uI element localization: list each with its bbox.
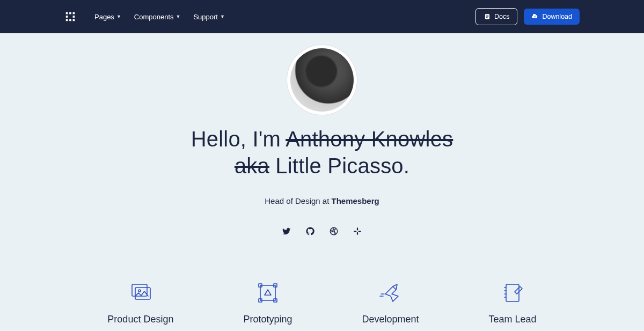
twitter-icon — [282, 226, 291, 236]
svg-rect-4 — [73, 16, 75, 18]
svg-rect-2 — [73, 12, 75, 14]
svg-rect-1 — [69, 12, 71, 14]
svg-rect-0 — [66, 12, 68, 14]
greeting-prefix: Hello, I'm — [191, 127, 286, 151]
display-name: Little Picasso. — [269, 154, 409, 178]
nav-right: Docs Download — [475, 8, 580, 25]
svg-rect-9 — [486, 16, 489, 16]
strike-name: Anthony Knowles — [286, 127, 453, 151]
hero: Hello, I'm Anthony Knowles aka Little Pi… — [0, 33, 644, 237]
svg-rect-15 — [354, 231, 356, 232]
social-links — [0, 226, 644, 237]
photos-icon — [127, 279, 154, 306]
nav-link-label: Pages — [94, 13, 114, 21]
twitter-link[interactable] — [281, 226, 292, 237]
cloud-download-icon — [531, 13, 539, 20]
skill-prototyping: Prototyping — [243, 279, 292, 325]
brand-logo[interactable] — [64, 11, 76, 23]
docs-button[interactable]: Docs — [475, 8, 517, 25]
headline: Hello, I'm Anthony Knowles aka Little Pi… — [150, 126, 494, 179]
skill-label: Prototyping — [243, 314, 292, 325]
skill-product-design: Product Design — [107, 279, 173, 325]
subtitle: Head of Design at Themesberg — [0, 196, 644, 205]
svg-rect-14 — [357, 232, 358, 235]
chevron-down-icon: ▼ — [176, 14, 181, 19]
brand-link[interactable]: Themesberg — [332, 196, 379, 205]
svg-rect-16 — [358, 231, 361, 232]
subtitle-prefix: Head of Design at — [265, 196, 331, 205]
svg-rect-10 — [486, 16, 489, 17]
skill-label: Development — [362, 314, 419, 325]
nav-link-components[interactable]: Components ▼ — [134, 13, 181, 21]
skill-development: Development — [362, 279, 419, 325]
svg-rect-6 — [69, 19, 71, 21]
skill-label: Team Lead — [489, 314, 537, 325]
chevron-down-icon: ▼ — [220, 14, 225, 19]
svg-rect-20 — [260, 285, 275, 300]
download-label: Download — [542, 13, 572, 20]
github-icon — [305, 226, 315, 236]
navbar-inner: Pages ▼ Components ▼ Support ▼ Docs Down… — [64, 8, 580, 25]
book-icon — [484, 13, 491, 20]
nav-links: Pages ▼ Components ▼ Support ▼ — [94, 13, 225, 21]
svg-rect-13 — [357, 227, 358, 230]
paper-bird-icon — [377, 279, 404, 306]
svg-point-19 — [138, 290, 141, 292]
svg-rect-7 — [73, 19, 75, 21]
svg-point-12 — [330, 227, 338, 235]
skills-row: Product Design Prototyping Development T… — [0, 279, 644, 325]
logo-icon — [64, 11, 76, 23]
svg-rect-25 — [506, 284, 519, 301]
notebook-icon — [499, 279, 526, 306]
dribbble-link[interactable] — [328, 226, 339, 237]
avatar-frame — [287, 45, 357, 115]
vector-square-icon — [254, 279, 281, 306]
slack-link[interactable] — [352, 226, 363, 237]
svg-rect-11 — [486, 17, 488, 18]
nav-link-support[interactable]: Support ▼ — [193, 13, 224, 21]
docs-label: Docs — [494, 13, 509, 20]
dribbble-icon — [329, 226, 339, 236]
slack-icon — [353, 226, 362, 236]
skill-team-lead: Team Lead — [489, 279, 537, 325]
github-link[interactable] — [305, 226, 316, 237]
nav-link-label: Components — [134, 13, 174, 21]
download-button[interactable]: Download — [524, 9, 580, 25]
svg-rect-5 — [66, 19, 68, 21]
avatar — [290, 48, 354, 112]
svg-rect-3 — [66, 16, 68, 18]
nav-link-label: Support — [193, 13, 218, 21]
chevron-down-icon: ▼ — [116, 14, 121, 19]
navbar: Pages ▼ Components ▼ Support ▼ Docs Down… — [0, 0, 644, 33]
strike-aka: aka — [235, 154, 269, 178]
skill-label: Product Design — [107, 314, 173, 325]
nav-link-pages[interactable]: Pages ▼ — [94, 13, 121, 21]
